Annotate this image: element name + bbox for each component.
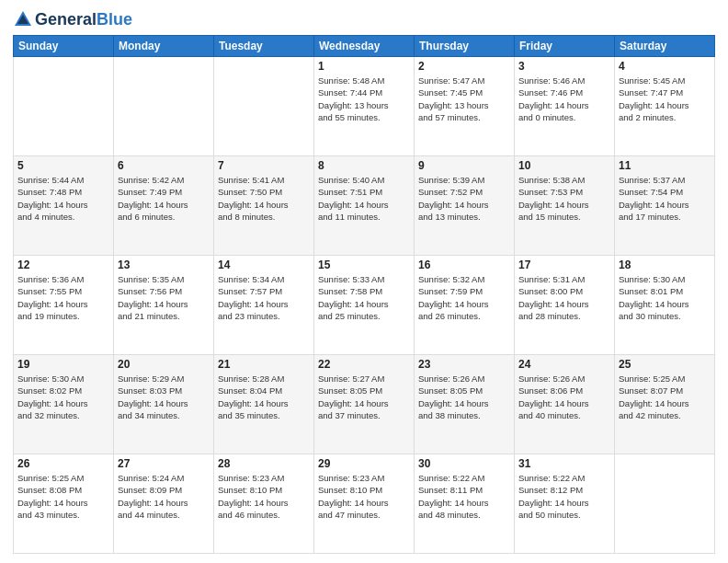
day-info: Sunrise: 5:44 AM Sunset: 7:48 PM Dayligh…: [17, 174, 109, 223]
calendar-cell: 6Sunrise: 5:42 AM Sunset: 7:49 PM Daylig…: [114, 156, 214, 256]
calendar-cell: 23Sunrise: 5:26 AM Sunset: 8:05 PM Dayli…: [415, 355, 515, 454]
day-info: Sunrise: 5:31 AM Sunset: 8:00 PM Dayligh…: [518, 273, 610, 322]
day-info: Sunrise: 5:30 AM Sunset: 8:02 PM Dayligh…: [17, 373, 109, 421]
day-info: Sunrise: 5:34 AM Sunset: 7:57 PM Dayligh…: [218, 273, 310, 322]
day-number: 27: [118, 457, 210, 470]
weekday-header: Friday: [515, 36, 615, 57]
day-info: Sunrise: 5:35 AM Sunset: 7:56 PM Dayligh…: [118, 273, 210, 322]
calendar-cell: 19Sunrise: 5:30 AM Sunset: 8:02 PM Dayli…: [14, 355, 114, 454]
day-info: Sunrise: 5:24 AM Sunset: 8:09 PM Dayligh…: [118, 472, 210, 521]
day-info: Sunrise: 5:25 AM Sunset: 8:08 PM Dayligh…: [17, 472, 109, 521]
day-info: Sunrise: 5:30 AM Sunset: 8:01 PM Dayligh…: [619, 273, 711, 322]
calendar-week-row: 19Sunrise: 5:30 AM Sunset: 8:02 PM Dayli…: [14, 355, 715, 454]
day-info: Sunrise: 5:40 AM Sunset: 7:51 PM Dayligh…: [318, 174, 410, 223]
day-number: 17: [518, 259, 610, 271]
weekday-header: Wednesday: [314, 36, 415, 57]
day-info: Sunrise: 5:29 AM Sunset: 8:03 PM Dayligh…: [118, 373, 210, 421]
logo-area: GeneralBlue: [13, 9, 132, 29]
calendar-cell: 13Sunrise: 5:35 AM Sunset: 7:56 PM Dayli…: [114, 256, 214, 355]
day-number: 29: [318, 457, 410, 470]
day-number: 24: [518, 358, 610, 371]
day-number: 28: [218, 457, 310, 470]
day-number: 12: [17, 259, 109, 271]
calendar-cell: 24Sunrise: 5:26 AM Sunset: 8:06 PM Dayli…: [515, 355, 615, 454]
day-info: Sunrise: 5:26 AM Sunset: 8:06 PM Dayligh…: [518, 373, 610, 421]
logo: GeneralBlue: [13, 9, 132, 29]
calendar-cell: [214, 57, 314, 156]
day-info: Sunrise: 5:47 AM Sunset: 7:45 PM Dayligh…: [418, 75, 510, 123]
day-number: 19: [17, 358, 109, 371]
page: GeneralBlue SundayMondayTuesdayWednesday…: [0, 0, 728, 563]
day-info: Sunrise: 5:37 AM Sunset: 7:54 PM Dayligh…: [619, 174, 711, 223]
day-info: Sunrise: 5:42 AM Sunset: 7:49 PM Dayligh…: [118, 174, 210, 223]
day-info: Sunrise: 5:48 AM Sunset: 7:44 PM Dayligh…: [318, 75, 410, 123]
weekday-header: Sunday: [14, 36, 114, 57]
day-number: 14: [218, 259, 310, 271]
calendar-cell: 2Sunrise: 5:47 AM Sunset: 7:45 PM Daylig…: [415, 57, 515, 156]
day-info: Sunrise: 5:32 AM Sunset: 7:59 PM Dayligh…: [418, 273, 510, 322]
day-info: Sunrise: 5:25 AM Sunset: 8:07 PM Dayligh…: [619, 373, 711, 421]
calendar-cell: 29Sunrise: 5:23 AM Sunset: 8:10 PM Dayli…: [314, 454, 415, 554]
day-info: Sunrise: 5:46 AM Sunset: 7:46 PM Dayligh…: [518, 75, 610, 123]
weekday-header: Thursday: [415, 36, 515, 57]
day-info: Sunrise: 5:38 AM Sunset: 7:53 PM Dayligh…: [518, 174, 610, 223]
calendar-cell: 18Sunrise: 5:30 AM Sunset: 8:01 PM Dayli…: [615, 256, 715, 355]
calendar-cell: [114, 57, 214, 156]
day-number: 9: [418, 159, 510, 172]
day-number: 25: [619, 358, 711, 371]
day-number: 26: [17, 457, 109, 470]
calendar-cell: 21Sunrise: 5:28 AM Sunset: 8:04 PM Dayli…: [214, 355, 314, 454]
day-number: 15: [318, 259, 410, 271]
calendar-cell: 3Sunrise: 5:46 AM Sunset: 7:46 PM Daylig…: [515, 57, 615, 156]
calendar-cell: 11Sunrise: 5:37 AM Sunset: 7:54 PM Dayli…: [615, 156, 715, 256]
day-info: Sunrise: 5:23 AM Sunset: 8:10 PM Dayligh…: [218, 472, 310, 521]
calendar-cell: 10Sunrise: 5:38 AM Sunset: 7:53 PM Dayli…: [515, 156, 615, 256]
day-number: 30: [418, 457, 510, 470]
calendar-cell: 20Sunrise: 5:29 AM Sunset: 8:03 PM Dayli…: [114, 355, 214, 454]
day-number: 5: [17, 159, 109, 172]
day-info: Sunrise: 5:27 AM Sunset: 8:05 PM Dayligh…: [318, 373, 410, 421]
logo-icon: [13, 9, 33, 29]
day-info: Sunrise: 5:22 AM Sunset: 8:11 PM Dayligh…: [418, 472, 510, 521]
day-number: 8: [318, 159, 410, 172]
calendar-cell: 9Sunrise: 5:39 AM Sunset: 7:52 PM Daylig…: [415, 156, 515, 256]
day-number: 7: [218, 159, 310, 172]
day-info: Sunrise: 5:45 AM Sunset: 7:47 PM Dayligh…: [619, 75, 711, 123]
calendar-cell: [615, 454, 715, 554]
calendar-cell: 14Sunrise: 5:34 AM Sunset: 7:57 PM Dayli…: [214, 256, 314, 355]
calendar-cell: 5Sunrise: 5:44 AM Sunset: 7:48 PM Daylig…: [14, 156, 114, 256]
calendar-cell: 12Sunrise: 5:36 AM Sunset: 7:55 PM Dayli…: [14, 256, 114, 355]
calendar-cell: 7Sunrise: 5:41 AM Sunset: 7:50 PM Daylig…: [214, 156, 314, 256]
calendar-cell: 1Sunrise: 5:48 AM Sunset: 7:44 PM Daylig…: [314, 57, 415, 156]
day-info: Sunrise: 5:33 AM Sunset: 7:58 PM Dayligh…: [318, 273, 410, 322]
header: GeneralBlue: [13, 9, 715, 29]
day-number: 20: [118, 358, 210, 371]
day-number: 16: [418, 259, 510, 271]
weekday-header: Saturday: [615, 36, 715, 57]
day-number: 4: [619, 60, 711, 73]
calendar-week-row: 26Sunrise: 5:25 AM Sunset: 8:08 PM Dayli…: [14, 454, 715, 554]
calendar-cell: 26Sunrise: 5:25 AM Sunset: 8:08 PM Dayli…: [14, 454, 114, 554]
calendar-cell: 22Sunrise: 5:27 AM Sunset: 8:05 PM Dayli…: [314, 355, 415, 454]
calendar-table: SundayMondayTuesdayWednesdayThursdayFrid…: [13, 35, 715, 554]
day-number: 13: [118, 259, 210, 271]
day-info: Sunrise: 5:23 AM Sunset: 8:10 PM Dayligh…: [318, 472, 410, 521]
day-number: 31: [518, 457, 610, 470]
day-number: 10: [518, 159, 610, 172]
calendar-cell: 16Sunrise: 5:32 AM Sunset: 7:59 PM Dayli…: [415, 256, 515, 355]
weekday-header-row: SundayMondayTuesdayWednesdayThursdayFrid…: [14, 36, 715, 57]
calendar-cell: 30Sunrise: 5:22 AM Sunset: 8:11 PM Dayli…: [415, 454, 515, 554]
calendar-cell: 28Sunrise: 5:23 AM Sunset: 8:10 PM Dayli…: [214, 454, 314, 554]
day-number: 3: [518, 60, 610, 73]
weekday-header: Monday: [114, 36, 214, 57]
day-info: Sunrise: 5:36 AM Sunset: 7:55 PM Dayligh…: [17, 273, 109, 322]
calendar-cell: [14, 57, 114, 156]
calendar-week-row: 5Sunrise: 5:44 AM Sunset: 7:48 PM Daylig…: [14, 156, 715, 256]
calendar-week-row: 1Sunrise: 5:48 AM Sunset: 7:44 PM Daylig…: [14, 57, 715, 156]
calendar-week-row: 12Sunrise: 5:36 AM Sunset: 7:55 PM Dayli…: [14, 256, 715, 355]
calendar-cell: 25Sunrise: 5:25 AM Sunset: 8:07 PM Dayli…: [615, 355, 715, 454]
day-number: 11: [619, 159, 711, 172]
day-info: Sunrise: 5:26 AM Sunset: 8:05 PM Dayligh…: [418, 373, 510, 421]
day-info: Sunrise: 5:39 AM Sunset: 7:52 PM Dayligh…: [418, 174, 510, 223]
day-info: Sunrise: 5:22 AM Sunset: 8:12 PM Dayligh…: [518, 472, 610, 521]
